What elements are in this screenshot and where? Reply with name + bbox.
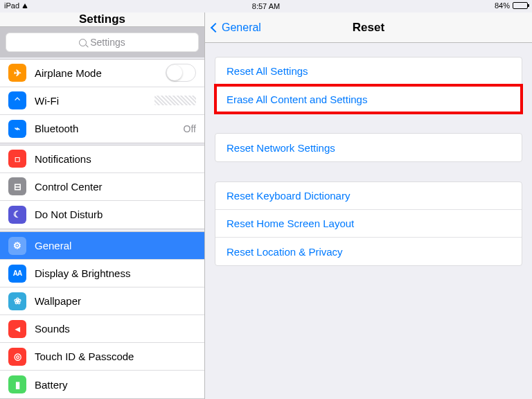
- wifi-icon: [8, 91, 26, 109]
- search-input[interactable]: Settings: [6, 33, 199, 52]
- sidebar-item-wi-fi[interactable]: Wi-Fi: [0, 87, 204, 115]
- reset-reset-keyboard-dictionary[interactable]: Reset Keyboard Dictionary: [215, 182, 522, 210]
- sidebar-item-wallpaper[interactable]: Wallpaper: [0, 287, 204, 315]
- sidebar-item-label: Notifications: [35, 153, 196, 165]
- sidebar-item-bluetooth[interactable]: BluetoothOff: [0, 115, 204, 143]
- reset-reset-all-settings[interactable]: Reset All Settings: [215, 57, 522, 85]
- sidebar-item-sounds[interactable]: Sounds: [0, 315, 204, 343]
- sidebar-item-display-brightness[interactable]: Display & Brightness: [0, 260, 204, 287]
- bt-icon: [8, 120, 26, 138]
- sidebar-item-label: Wallpaper: [35, 295, 196, 307]
- battery-percent: 84%: [495, 1, 510, 10]
- status-bar: iPad 8:57 AM 84%: [0, 0, 532, 12]
- back-label: General: [222, 21, 261, 34]
- sidebar-item-label: Display & Brightness: [35, 267, 196, 279]
- chevron-left-icon: [211, 23, 220, 33]
- wall-icon: [8, 292, 26, 310]
- reset-reset-location-privacy[interactable]: Reset Location & Privacy: [215, 238, 522, 265]
- status-time: 8:57 AM: [252, 2, 280, 10]
- moon-icon: [8, 206, 26, 224]
- accessory-text: Off: [184, 123, 196, 134]
- reset-group: Reset All SettingsErase All Content and …: [215, 57, 522, 114]
- sidebar-item-label: Touch ID & Passcode: [35, 351, 196, 362]
- search-wrap: Settings: [0, 27, 204, 57]
- reset-group: Reset Keyboard DictionaryReset Home Scre…: [215, 181, 522, 266]
- back-button[interactable]: General: [212, 12, 261, 43]
- detail-header: General Reset: [205, 12, 532, 43]
- reset-erase-all-content-and-settings[interactable]: Erase All Content and Settings: [215, 85, 522, 113]
- sidebar-item-touch-id-passcode[interactable]: Touch ID & Passcode: [0, 343, 204, 371]
- sidebar-item-label: Control Center: [35, 181, 196, 193]
- aa-icon: [8, 265, 26, 283]
- detail-title: Reset: [353, 21, 384, 35]
- sidebar-item-control-center[interactable]: Control Center: [0, 173, 204, 201]
- battery-icon: [513, 2, 528, 9]
- cc-icon: [8, 177, 26, 195]
- bell-icon: [8, 150, 26, 168]
- batt-icon: [8, 375, 26, 393]
- gear-icon: [8, 237, 26, 255]
- sidebar-item-notifications[interactable]: Notifications: [0, 145, 204, 173]
- search-placeholder: Settings: [90, 37, 125, 48]
- sidebar-item-label: Bluetooth: [35, 123, 184, 134]
- sidebar-item-label: Battery: [35, 379, 196, 391]
- sidebar-item-airplane-mode[interactable]: Airplane Mode: [0, 60, 204, 87]
- detail-pane: General Reset Reset All SettingsErase Al…: [205, 12, 532, 399]
- snd-icon: [8, 320, 26, 338]
- sidebar-item-label: Airplane Mode: [35, 67, 166, 79]
- sidebar-item-label: Do Not Disturb: [35, 209, 196, 220]
- reset-reset-network-settings[interactable]: Reset Network Settings: [215, 134, 522, 161]
- sidebar-item-label: Wi-Fi: [35, 95, 154, 107]
- reset-reset-home-screen-layout[interactable]: Reset Home Screen Layout: [215, 210, 522, 238]
- device-label: iPad: [4, 1, 19, 10]
- sidebar-item-do-not-disturb[interactable]: Do Not Disturb: [0, 201, 204, 229]
- sidebar-item-label: Sounds: [35, 323, 196, 335]
- search-icon: [79, 39, 87, 46]
- wifi-network-name: [154, 96, 196, 105]
- plane-icon: [8, 64, 26, 82]
- touch-icon: [8, 348, 26, 366]
- airplane-toggle[interactable]: [166, 64, 196, 82]
- sidebar-item-battery[interactable]: Battery: [0, 371, 204, 398]
- sidebar-item-general[interactable]: General: [0, 232, 204, 260]
- wifi-icon: [22, 3, 28, 8]
- sidebar-item-label: General: [35, 240, 196, 251]
- settings-sidebar: Settings Settings Airplane ModeWi-FiBlue…: [0, 12, 205, 399]
- sidebar-title: Settings: [0, 12, 204, 27]
- reset-group: Reset Network Settings: [215, 133, 522, 162]
